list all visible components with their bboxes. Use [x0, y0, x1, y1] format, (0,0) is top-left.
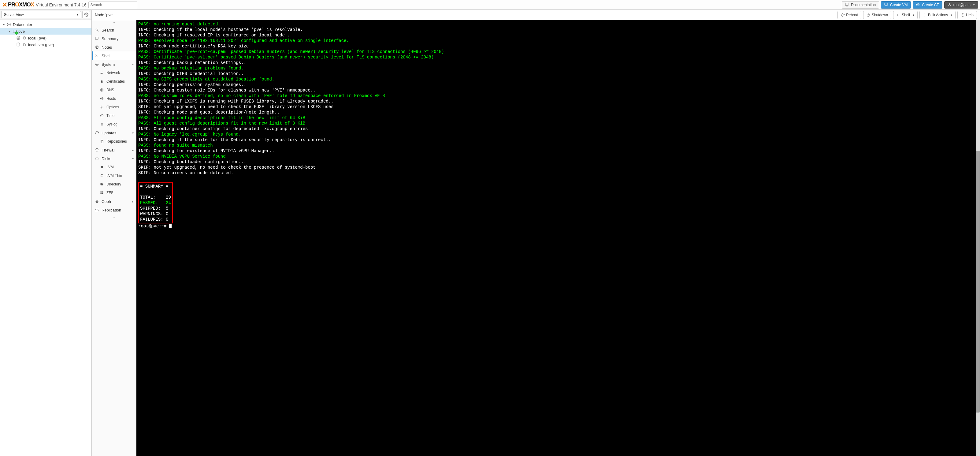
svg-point-31 — [97, 201, 97, 202]
folder-icon — [100, 182, 104, 187]
menu-label: Shell — [102, 54, 110, 58]
svg-point-16 — [101, 80, 103, 82]
power-icon — [867, 13, 870, 17]
gears-icon — [95, 62, 99, 66]
create-vm-button[interactable]: Create VM — [881, 1, 911, 9]
menu-syslog[interactable]: Syslog — [92, 120, 136, 129]
svg-rect-29 — [102, 193, 103, 195]
svg-point-6 — [17, 36, 19, 37]
svg-point-12 — [96, 29, 98, 31]
svg-point-30 — [96, 200, 98, 202]
menu-label: System — [102, 62, 115, 67]
content-area: ⌃ Search Summary Notes Shell — [92, 20, 980, 456]
menu-zfs[interactable]: ZFS — [92, 188, 136, 197]
help-label: Help — [966, 13, 974, 17]
reboot-button[interactable]: Reboot — [837, 11, 861, 19]
menu-collapse-down[interactable]: ⌄ — [92, 214, 136, 220]
menu-disks[interactable]: Disks ▾ — [92, 154, 136, 163]
menu-notes[interactable]: Notes — [92, 43, 136, 51]
svg-rect-4 — [8, 25, 11, 26]
topbar: ✕ PROXMOX Virtual Environment 7.4-16 Doc… — [0, 0, 980, 10]
menu-network[interactable]: Network — [92, 69, 136, 77]
bulk-label: Bulk Actions — [928, 13, 948, 17]
menu-hosts[interactable]: Hosts — [92, 94, 136, 103]
chevron-down-icon: ▾ — [132, 63, 134, 66]
menu-repositories[interactable]: Repositories — [92, 137, 136, 146]
menu-label: Notes — [102, 45, 112, 49]
create-ct-button[interactable]: Create CT — [913, 1, 942, 9]
collapse-toggle-icon[interactable]: ▾ — [7, 30, 11, 33]
reboot-label: Reboot — [846, 13, 858, 17]
tree-label: pve — [18, 29, 25, 33]
terminal-icon — [897, 13, 900, 17]
terminal-output[interactable]: PASS: no running guest detected. INFO: C… — [137, 20, 980, 230]
tree-storage-local-lvm[interactable]: local-lvm (pve) — [0, 41, 91, 48]
menu-label: Summary — [102, 37, 119, 41]
shell-dropdown-button[interactable]: Shell — [893, 11, 918, 19]
globe-icon — [100, 88, 104, 92]
documentation-button[interactable]: Documentation — [842, 1, 879, 9]
menu-search[interactable]: Search — [92, 26, 136, 34]
shutdown-label: Shutdown — [872, 13, 888, 17]
menu-label: Repositories — [107, 139, 127, 143]
terminal-scrollbar[interactable] — [976, 20, 980, 456]
product-subtitle: Virtual Environment 7.4-16 — [36, 2, 87, 7]
menu-collapse-up[interactable]: ⌃ — [92, 20, 136, 26]
menu-icon — [923, 13, 926, 17]
svg-point-14 — [97, 64, 97, 65]
menu-directory[interactable]: Directory — [92, 180, 136, 188]
menu-lvm[interactable]: LVM — [92, 163, 136, 171]
cube-icon — [916, 3, 920, 7]
tree-node-pve[interactable]: ▾ pve — [0, 28, 91, 35]
refresh-icon — [95, 131, 99, 135]
view-selector-row: Server View — [0, 10, 91, 20]
svg-rect-28 — [101, 193, 102, 195]
menu-summary[interactable]: Summary — [92, 34, 136, 43]
menu-label: Options — [107, 105, 119, 109]
shutdown-button[interactable]: Shutdown — [863, 11, 891, 19]
terminal-panel[interactable]: PASS: no running guest detected. INFO: C… — [137, 20, 980, 456]
scrollbar-thumb[interactable] — [976, 151, 980, 412]
svg-rect-26 — [101, 191, 102, 193]
menu-updates[interactable]: Updates ▾ — [92, 129, 136, 137]
settings-button[interactable] — [82, 11, 90, 18]
menu-label: LVM — [107, 165, 114, 169]
menu-label: Updates — [102, 131, 116, 135]
svg-rect-22 — [101, 140, 103, 143]
svg-point-15 — [96, 63, 99, 66]
menu-lvm-thin[interactable]: LVM-Thin — [92, 171, 136, 180]
menu-options[interactable]: Options — [92, 103, 136, 112]
menu-certificates[interactable]: Certificates — [92, 77, 136, 86]
tree-storage-local[interactable]: local (pve) — [0, 35, 91, 41]
help-button[interactable]: Help — [958, 11, 977, 19]
menu-label: Certificates — [107, 79, 125, 83]
svg-rect-0 — [885, 3, 888, 5]
shell-label: Shell — [902, 13, 910, 17]
page-title: Node 'pve' — [95, 13, 113, 17]
database-icon — [16, 35, 21, 40]
chevron-right-icon: ▸ — [132, 148, 134, 152]
menu-dns[interactable]: DNS — [92, 86, 136, 94]
menu-time[interactable]: Time — [92, 112, 136, 120]
book-icon — [95, 37, 99, 41]
tree-datacenter[interactable]: ▾ Datacenter — [0, 21, 91, 28]
chevron-down-icon: ▾ — [132, 131, 134, 135]
menu-firewall[interactable]: Firewall ▸ — [92, 146, 136, 154]
svg-point-1 — [949, 3, 950, 5]
menu-replication[interactable]: Replication — [92, 206, 136, 214]
svg-rect-27 — [102, 191, 103, 193]
globe-icon — [100, 96, 104, 101]
bulk-actions-button[interactable]: Bulk Actions — [920, 11, 956, 19]
svg-rect-3 — [8, 23, 11, 24]
view-selector[interactable]: Server View — [1, 11, 81, 18]
menu-system[interactable]: System ▾ — [92, 60, 136, 69]
menu-label: Replication — [102, 208, 121, 212]
user-menu-button[interactable]: root@pam — [944, 1, 978, 9]
menu-shell[interactable]: Shell — [92, 51, 136, 60]
tree-label: Datacenter — [13, 22, 32, 27]
menu-label: Directory — [107, 182, 121, 187]
collapse-toggle-icon[interactable]: ▾ — [2, 23, 5, 26]
menu-ceph[interactable]: Ceph ▸ — [92, 197, 136, 206]
view-selector-label: Server View — [4, 13, 24, 17]
search-input[interactable] — [88, 2, 137, 8]
